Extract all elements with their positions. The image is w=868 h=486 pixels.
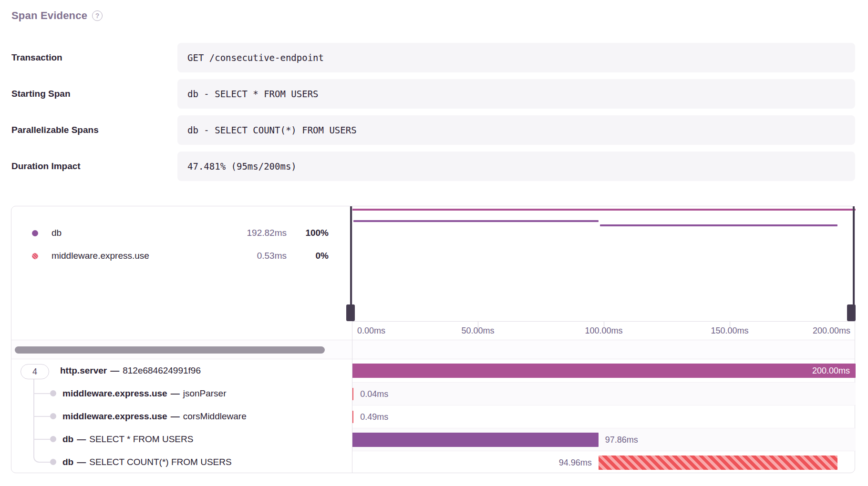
minimap-span-db-count: [600, 224, 838, 226]
span-description: corsMiddleware: [183, 411, 247, 421]
span-title-jsonparser[interactable]: middleware.express.use—jsonParser: [62, 382, 227, 405]
field-row-transaction: Transaction GET /consecutive-endpoint: [11, 43, 855, 72]
span-op: http.server: [60, 365, 107, 375]
tree-node-dot: [50, 459, 56, 465]
span-bar-http-server[interactable]: 200.00ms: [352, 364, 856, 378]
header: Span Evidence ?: [11, 10, 103, 22]
span-op: middleware.express.use: [62, 411, 167, 421]
span-waterfall-card: db 192.82ms 100% middleware.express.use …: [11, 206, 855, 473]
field-label: Starting Span: [11, 79, 71, 109]
field-value: db - SELECT * FROM USERS: [177, 79, 855, 109]
minimap-left-boundary: [350, 206, 352, 304]
span-title-http-server[interactable]: http.server—812e684624991f96: [60, 359, 201, 382]
legend-dot-middleware-icon: [32, 253, 38, 259]
span-op: db: [62, 457, 73, 467]
axis-label: 50.00ms: [461, 322, 494, 340]
axis-label: 200.00ms: [813, 322, 850, 340]
span-description: SELECT COUNT(*) FROM USERS: [89, 457, 231, 467]
separator: —: [77, 457, 86, 467]
span-op: db: [62, 434, 73, 444]
legend: db 192.82ms 100% middleware.express.use …: [11, 222, 342, 267]
minimap-right-handle[interactable]: [847, 304, 856, 321]
children-count-badge[interactable]: 4: [21, 364, 49, 379]
tree-guide-corner: [33, 440, 51, 463]
field-label: Duration Impact: [11, 152, 81, 181]
span-op: middleware.express.use: [62, 388, 167, 398]
tree-node-dot: [50, 436, 56, 442]
tree-node-dot: [50, 390, 56, 396]
span-description: SELECT * FROM USERS: [89, 434, 193, 444]
tree-guide-line: [33, 379, 34, 445]
minimap-span-db-select: [353, 220, 599, 222]
legend-name: db: [52, 228, 225, 238]
separator: —: [110, 365, 119, 375]
span-bar-row-http-server: 200.00ms: [352, 359, 856, 382]
legend-percent: 100%: [287, 228, 329, 238]
legend-percent: 0%: [287, 251, 329, 261]
field-label: Parallelizable Spans: [11, 115, 99, 145]
axis-label: 150.00ms: [711, 322, 748, 340]
span-evidence-panel: Span Evidence ? Transaction GET /consecu…: [0, 0, 868, 486]
span-bar-db-count[interactable]: [599, 456, 837, 470]
span-bar-row-db-select: 97.86ms: [352, 428, 856, 451]
span-title-db-count[interactable]: db—SELECT COUNT(*) FROM USERS: [62, 451, 232, 474]
legend-item-middleware[interactable]: middleware.express.use 0.53ms 0%: [11, 244, 342, 267]
span-duration-label: 94.96ms: [559, 451, 592, 474]
field-value: 47.481% (95ms/200ms): [177, 152, 855, 181]
page-title: Span Evidence: [11, 10, 87, 22]
field-value: GET /consecutive-endpoint: [177, 43, 855, 72]
axis-label: 0.00ms: [357, 322, 385, 340]
separator: —: [77, 434, 86, 444]
scrollbar-thumb[interactable]: [15, 346, 325, 354]
field-label: Transaction: [11, 43, 62, 72]
legend-item-db[interactable]: db 192.82ms 100%: [11, 222, 342, 244]
tree-guide-connector: [34, 439, 50, 440]
timeline-minimap[interactable]: [352, 206, 856, 321]
span-duration-label: 200.00ms: [812, 364, 850, 378]
field-row-parallelizable-spans: Parallelizable Spans db - SELECT COUNT(*…: [11, 115, 855, 145]
separator: —: [171, 388, 180, 398]
legend-name: middleware.express.use: [52, 251, 225, 261]
span-bar-row-corsmiddleware: 0.49ms: [352, 405, 856, 428]
minimap-span-http-server: [352, 209, 856, 211]
tree-guide-connector: [34, 393, 50, 394]
span-bar-row-db-count: 94.96ms: [352, 451, 856, 474]
time-axis: 0.00ms 50.00ms 100.00ms 150.00ms 200.00m…: [352, 321, 856, 340]
span-title-db-select[interactable]: db—SELECT * FROM USERS: [62, 428, 193, 451]
axis-label: 100.00ms: [585, 322, 622, 340]
span-description: jsonParser: [183, 388, 227, 398]
span-duration-label: 0.04ms: [360, 383, 388, 405]
tree-guide-connector: [34, 416, 50, 417]
span-bar-row-jsonparser: 0.04ms: [352, 382, 856, 405]
minimap-right-boundary: [853, 206, 855, 304]
span-title-corsmiddleware[interactable]: middleware.express.use—corsMiddleware: [62, 405, 247, 428]
span-duration-label: 0.49ms: [360, 405, 388, 428]
legend-dot-db-icon: [32, 230, 38, 236]
help-icon[interactable]: ?: [92, 10, 103, 21]
horizontal-scrollbar[interactable]: [11, 340, 855, 359]
separator: —: [171, 411, 180, 421]
pane-divider: [352, 206, 352, 473]
legend-duration: 192.82ms: [225, 228, 287, 238]
span-duration-label: 97.86ms: [605, 428, 638, 451]
field-value: db - SELECT COUNT(*) FROM USERS: [177, 115, 855, 145]
minimap-left-handle[interactable]: [346, 304, 355, 321]
field-row-duration-impact: Duration Impact 47.481% (95ms/200ms): [11, 152, 855, 181]
span-bar-db-select[interactable]: [352, 433, 599, 447]
tree-node-dot: [50, 413, 56, 419]
legend-duration: 0.53ms: [225, 251, 287, 261]
field-row-starting-span: Starting Span db - SELECT * FROM USERS: [11, 79, 855, 109]
span-description: 812e684624991f96: [123, 365, 201, 375]
